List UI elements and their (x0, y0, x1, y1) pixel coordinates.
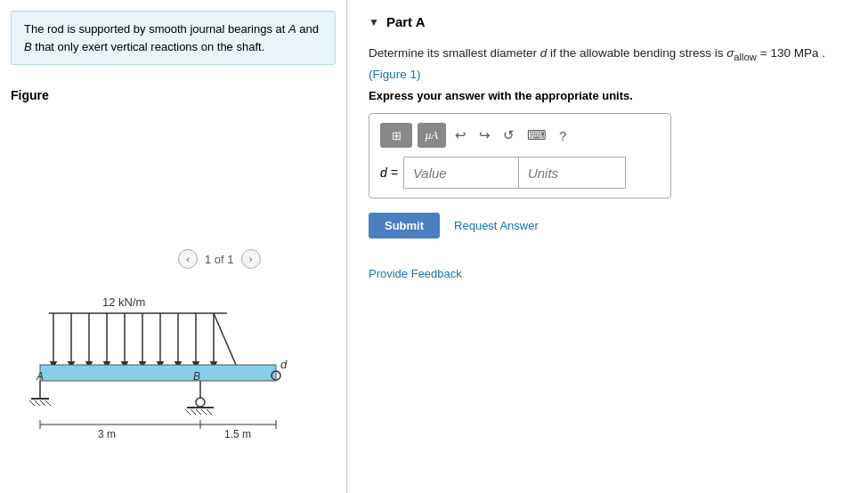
question-sigma: σallow (726, 46, 757, 60)
question-text: Determine its smallest diameter d if the… (369, 44, 847, 84)
part-header[interactable]: ▼ Part A (369, 14, 847, 29)
svg-text:1.5 m: 1.5 m (223, 428, 250, 440)
figure-nav: ‹ 1 of 1 › (178, 249, 261, 269)
svg-line-19 (35, 400, 40, 406)
input-row: d = (380, 157, 660, 189)
question-equals: = 130 MPa . (757, 46, 825, 60)
svg-line-12 (214, 313, 236, 365)
svg-text:A: A (36, 370, 44, 383)
question-line1: Determine its smallest diameter (369, 46, 540, 60)
svg-text:12 kN/m: 12 kN/m (102, 295, 145, 309)
svg-line-27 (191, 409, 196, 415)
part-label: Part A (386, 14, 426, 29)
figure-link[interactable]: (Figure 1) (369, 68, 421, 81)
next-figure-button[interactable]: › (241, 249, 261, 269)
part-arrow-icon: ▼ (369, 16, 379, 28)
toolbar: ⊞ μΑ ↩ ↪ ↺ ⌨ ? (380, 123, 660, 148)
svg-line-21 (45, 400, 51, 406)
question-line2: if the allowable bending stress is (547, 46, 726, 60)
keyboard-button[interactable]: ⌨ (523, 125, 550, 145)
value-input[interactable] (403, 157, 519, 189)
prev-figure-button[interactable]: ‹ (178, 249, 198, 269)
figure-label: Figure (11, 88, 49, 102)
svg-line-29 (201, 409, 207, 415)
answer-box: ⊞ μΑ ↩ ↪ ↺ ⌨ ? d = (369, 113, 671, 198)
undo-button[interactable]: ↩ (451, 125, 470, 145)
figure-page: 1 of 1 (205, 253, 234, 266)
svg-line-30 (207, 409, 212, 415)
svg-text:B: B (193, 370, 200, 383)
express-text: Express your answer with the appropriate… (369, 89, 847, 102)
d-label: d = (380, 166, 398, 180)
figure-svg: 12 kN/m A B d (22, 278, 325, 473)
svg-text:3 m: 3 m (97, 428, 115, 440)
help-button[interactable]: ? (556, 126, 570, 145)
redo-button[interactable]: ↪ (475, 125, 494, 145)
right-panel: ▼ Part A Determine its smallest diameter… (347, 0, 868, 493)
submit-button[interactable]: Submit (369, 213, 440, 238)
svg-line-26 (185, 409, 191, 415)
problem-text: The rod is supported by smooth journal b… (24, 22, 319, 53)
button-row: Submit Request Answer (369, 213, 847, 238)
mu-button[interactable]: μΑ (418, 123, 446, 148)
svg-line-28 (196, 409, 201, 415)
request-answer-link[interactable]: Request Answer (454, 219, 539, 232)
provide-feedback-link[interactable]: Provide Feedback (369, 267, 847, 280)
units-input[interactable] (519, 157, 626, 189)
figure-area: 12 kN/m A B d (11, 145, 336, 482)
svg-text:d: d (280, 358, 288, 371)
matrix-button[interactable]: ⊞ (380, 123, 412, 148)
refresh-button[interactable]: ↺ (499, 125, 518, 145)
left-panel: The rod is supported by smooth journal b… (0, 0, 347, 493)
svg-line-18 (29, 400, 35, 406)
problem-description: The rod is supported by smooth journal b… (11, 11, 336, 65)
svg-line-20 (40, 400, 45, 406)
svg-point-24 (196, 398, 205, 407)
svg-rect-14 (40, 365, 276, 381)
